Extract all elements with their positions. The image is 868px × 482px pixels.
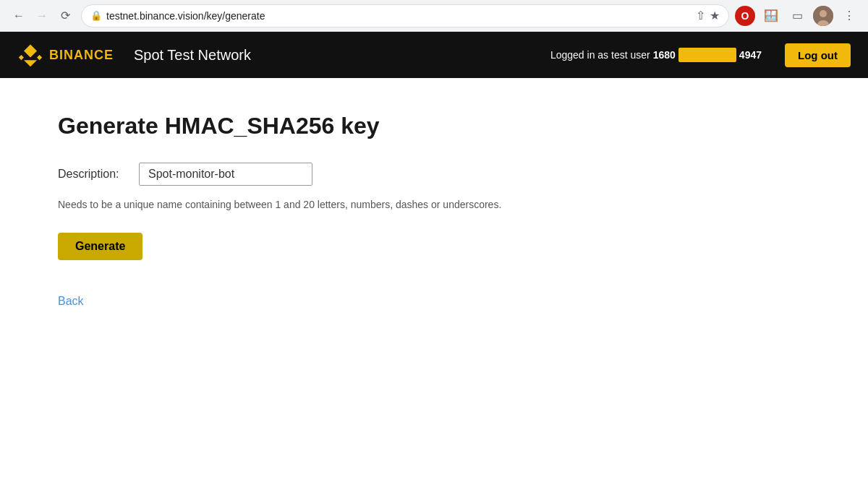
page-title: Generate HMAC_SHA256 key [58, 113, 593, 139]
forward-nav-button[interactable]: → [32, 6, 52, 26]
header-user-info: Logged in as test user 1680 4947 [550, 48, 762, 62]
browser-chrome: ← → ⟳ 🔒 testnet.binance.vision/key/gener… [0, 0, 868, 32]
page-content: Generate HMAC_SHA256 key Description: Ne… [0, 78, 651, 343]
svg-marker-6 [24, 60, 37, 66]
svg-marker-3 [24, 45, 37, 58]
binance-diamond-icon [17, 42, 43, 68]
generate-button[interactable]: Generate [58, 233, 142, 260]
reload-button[interactable]: ⟳ [55, 6, 75, 26]
extensions-icon[interactable]: 🪟 [761, 6, 781, 26]
app-header: BINANCE Spot Test Network Logged in as t… [0, 32, 868, 78]
svg-marker-5 [37, 55, 42, 60]
description-input[interactable] [139, 163, 312, 186]
description-form-row: Description: [58, 163, 593, 186]
header-site-title: Spot Test Network [134, 47, 251, 64]
logout-button[interactable]: Log out [785, 43, 851, 67]
description-label: Description: [58, 168, 130, 181]
lock-icon: 🔒 [90, 10, 102, 21]
user-id-redacted [678, 48, 736, 62]
sidebar-icon[interactable]: ▭ [787, 6, 807, 26]
bookmark-icon: ★ [710, 9, 720, 22]
svg-marker-4 [19, 55, 24, 60]
user-id-end: 4947 [739, 49, 762, 61]
user-prefix-text: Logged in as test user [550, 49, 650, 61]
share-icon: ⇧ [696, 9, 705, 22]
binance-name: BINANCE [49, 48, 114, 63]
back-link[interactable]: Back [58, 295, 84, 307]
menu-icon[interactable]: ⋮ [839, 6, 859, 26]
form-hint: Needs to be a unique name containing bet… [58, 197, 593, 212]
svg-point-1 [820, 10, 827, 17]
opera-icon: O [735, 6, 755, 26]
binance-logo[interactable]: BINANCE [17, 42, 114, 68]
url-text: testnet.binance.vision/key/generate [106, 10, 692, 22]
nav-buttons: ← → ⟳ [9, 6, 75, 26]
user-id-start: 1680 [653, 49, 676, 61]
browser-actions: O 🪟 ▭ ⋮ [735, 6, 859, 26]
address-bar[interactable]: 🔒 testnet.binance.vision/key/generate ⇧ … [81, 4, 729, 27]
back-nav-button[interactable]: ← [9, 6, 29, 26]
profile-avatar[interactable] [813, 6, 833, 26]
